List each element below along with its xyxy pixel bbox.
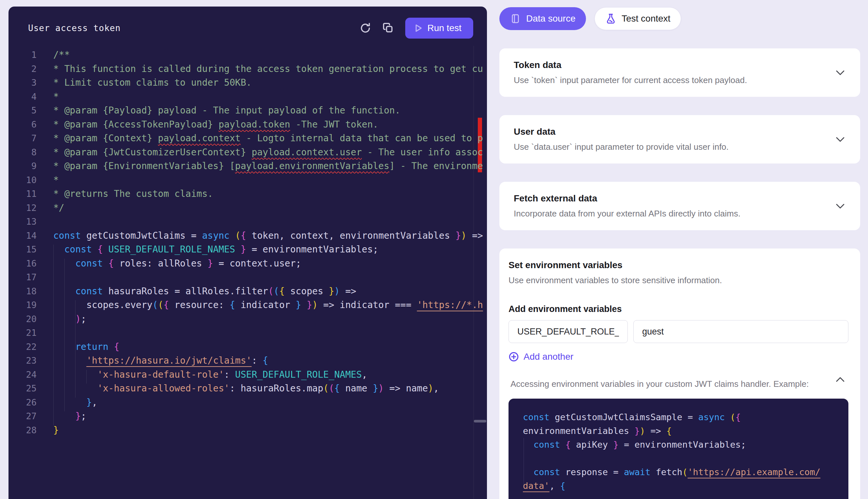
line-number: 19: [9, 298, 37, 312]
line-number: 8: [9, 146, 37, 160]
line-number: 28: [9, 424, 37, 438]
code-line[interactable]: 24 'x-hasura-default-role': USER_DEFAULT…: [9, 368, 487, 382]
code-line[interactable]: 25 'x-hasura-allowed-roles': hasuraRoles…: [9, 381, 487, 395]
line-number: 5: [9, 104, 37, 118]
refresh-button[interactable]: [358, 21, 373, 35]
code-line[interactable]: 16 const { roles: allRoles } = context.u…: [9, 257, 487, 271]
add-another-label: Add another: [524, 352, 574, 362]
refresh-icon: [360, 22, 371, 34]
play-icon: [414, 24, 423, 33]
code-line[interactable]: 23 'https://hasura.io/jwt/claims': {: [9, 354, 487, 368]
line-number: 7: [9, 132, 37, 146]
line-number: 13: [9, 215, 37, 229]
line-number: 3: [9, 76, 37, 90]
copy-button[interactable]: [381, 21, 395, 35]
code-line[interactable]: 21: [9, 326, 487, 340]
code-line[interactable]: 27 };: [9, 410, 487, 424]
code-line[interactable]: 18 const hasuraRoles = allRoles.filter((…: [9, 284, 487, 299]
card-token-data[interactable]: Token data Use `token` input parameter f…: [499, 48, 860, 97]
code-line[interactable]: 5* @param {Payload} payload - The input …: [9, 104, 487, 118]
card-title: Token data: [514, 60, 846, 71]
card-title: Set environment variables: [508, 260, 848, 271]
code-line[interactable]: 22 return {: [9, 340, 487, 354]
editor-header: User access token Run test: [9, 7, 487, 39]
run-test-button[interactable]: Run test: [405, 18, 473, 39]
add-another-button[interactable]: Add another: [508, 352, 574, 362]
line-number: 2: [9, 62, 37, 76]
line-number: 25: [9, 381, 37, 395]
chevron-down-icon[interactable]: [835, 137, 845, 144]
env-example-caption: Accessing environment variables in your …: [508, 378, 848, 389]
line-number: 1: [9, 48, 37, 62]
line-number: 6: [9, 118, 37, 132]
card-subtitle: Use `data.user` input parameter to provi…: [514, 141, 846, 153]
line-number: 26: [9, 395, 37, 410]
card-subtitle: Use `token` input parameter for current …: [514, 75, 846, 86]
code-line[interactable]: 12*/: [9, 201, 487, 215]
code-line[interactable]: 6* @param {AccessTokenPayload} payload.t…: [9, 118, 487, 132]
env-key-input[interactable]: [508, 320, 628, 343]
code-line[interactable]: 1/**: [9, 48, 487, 62]
code-editor-panel: User access token Run test 1/**2* This f…: [9, 7, 487, 499]
line-number: 11: [9, 187, 37, 201]
sample-code-line: const response = await fetch('https://ap…: [523, 465, 834, 479]
sample-code-lines: const getCustomJwtClaimsSample = async (…: [523, 410, 834, 493]
code-line[interactable]: 28}: [9, 424, 487, 438]
sample-code-block: const getCustomJwtClaimsSample = async (…: [508, 399, 848, 499]
tab-bar: Data source Test context: [499, 7, 860, 30]
tab-data-source-label: Data source: [526, 13, 576, 24]
code-line[interactable]: 20 );: [9, 312, 487, 326]
inspector-panel: Data source Test context Token data Use …: [499, 7, 860, 499]
env-value-input[interactable]: [633, 320, 848, 343]
sample-code-line: environmentVariables }) => {: [523, 424, 834, 438]
card-title: User data: [514, 126, 846, 137]
code-line[interactable]: 3* Limit custom claims to under 50KB.: [9, 76, 487, 90]
code-line[interactable]: 17: [9, 270, 487, 284]
code-line[interactable]: 14const getCustomJwtClaims = async ({ to…: [9, 229, 487, 243]
code-line[interactable]: 26 },: [9, 395, 487, 410]
add-env-variables-label: Add environment variables: [508, 304, 848, 314]
card-fetch-external-data[interactable]: Fetch external data Incorporate data fro…: [499, 182, 860, 230]
chevron-down-icon[interactable]: [835, 70, 845, 77]
code-line[interactable]: 19 scopes.every(({ resource: { indicator…: [9, 298, 487, 312]
chevron-down-icon[interactable]: [835, 203, 845, 210]
code-line[interactable]: 2* This function is called during the ac…: [9, 62, 487, 76]
line-number: 12: [9, 201, 37, 215]
sample-code-line: [523, 452, 834, 465]
sample-code-line: const { apiKey } = environmentVariables;: [523, 438, 834, 452]
code-lines: 1/**2* This function is called during th…: [9, 48, 487, 437]
env-variable-row: [508, 320, 848, 343]
code-line[interactable]: 11* @returns The custom claims.: [9, 187, 487, 201]
chevron-up-icon[interactable]: [835, 377, 845, 384]
tab-test-context[interactable]: Test context: [594, 7, 681, 30]
tab-data-source[interactable]: Data source: [499, 7, 586, 30]
code-line[interactable]: 13: [9, 215, 487, 229]
line-number: 15: [9, 243, 37, 257]
line-number: 21: [9, 326, 37, 340]
card-title: Fetch external data: [514, 193, 846, 204]
code-line[interactable]: 15 const { USER_DEFAULT_ROLE_NAMES } = e…: [9, 243, 487, 257]
code-line[interactable]: 7* @param {Context} payload.context - Lo…: [9, 132, 487, 146]
line-number: 17: [9, 270, 37, 284]
editor-title: User access token: [28, 23, 121, 33]
line-number: 18: [9, 284, 37, 299]
flask-icon: [605, 13, 616, 24]
line-number: 10: [9, 173, 37, 187]
sample-code-line: const getCustomJwtClaimsSample = async (…: [523, 410, 834, 424]
code-line[interactable]: 10*: [9, 173, 487, 187]
line-number: 24: [9, 368, 37, 382]
code-line[interactable]: 8* @param {JwtCustomizerUserContext} pay…: [9, 146, 487, 160]
card-subtitle: Incorporate data from your external APIs…: [514, 208, 846, 219]
code-area[interactable]: 1/**2* This function is called during th…: [9, 48, 487, 437]
run-test-label: Run test: [427, 23, 462, 33]
copy-icon: [382, 22, 394, 34]
line-number: 20: [9, 312, 37, 326]
line-number: 23: [9, 354, 37, 368]
code-line[interactable]: 4*: [9, 90, 487, 104]
card-user-data[interactable]: User data Use `data.user` input paramete…: [499, 115, 860, 163]
code-line[interactable]: 9* @param {EnvironmentVariables} [payloa…: [9, 159, 487, 173]
line-number: 27: [9, 410, 37, 424]
line-number: 16: [9, 257, 37, 271]
plus-circle-icon: [508, 352, 519, 362]
panel-icon: [510, 13, 521, 24]
